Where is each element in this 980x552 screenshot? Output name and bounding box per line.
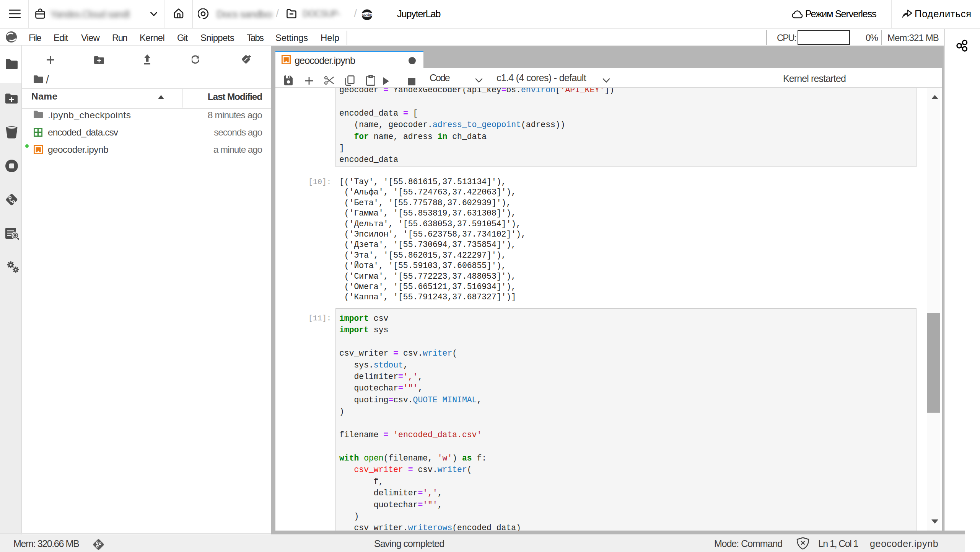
svg-text:jupyter: jupyter: [362, 13, 372, 16]
